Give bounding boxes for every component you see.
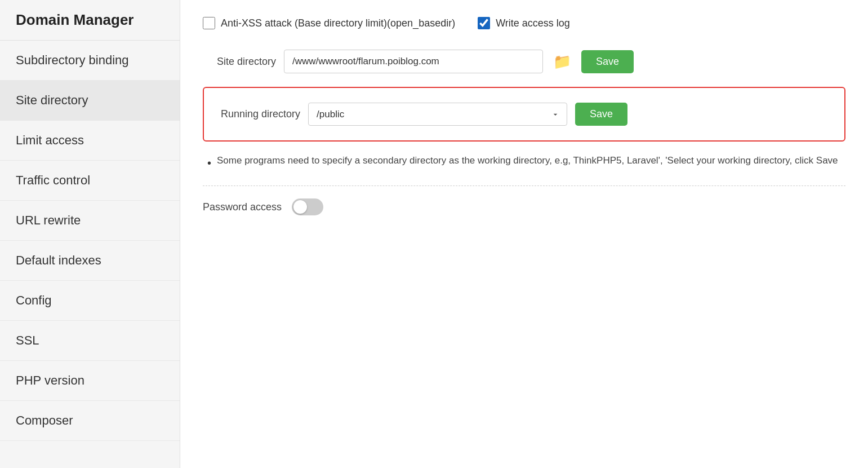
sidebar-title: Domain Manager [16,11,134,28]
sidebar-item-limit-access[interactable]: Limit access [0,121,180,161]
note-item: • Some programs need to specify a second… [207,153,845,172]
password-access-row: Password access [203,198,845,215]
sidebar-item-traffic-control[interactable]: Traffic control [0,161,180,201]
password-access-label: Password access [203,201,282,213]
site-directory-save-button[interactable]: Save [581,50,634,73]
write-access-log-label: Write access log [496,17,570,29]
note-bullet: • [207,154,211,172]
write-access-log-option[interactable]: Write access log [478,17,570,29]
site-directory-input[interactable] [284,50,543,73]
sidebar-item-url-rewrite[interactable]: URL rewrite [0,201,180,241]
dashed-divider [203,186,845,186]
running-directory-select[interactable]: /public / /app /src /web [308,103,567,126]
sidebar-item-config[interactable]: Config [0,281,180,321]
antixss-option[interactable]: Anti-XSS attack (Base directory limit)(o… [203,17,455,29]
sidebar-item-subdirectory-binding[interactable]: Subdirectory binding [0,41,180,81]
sidebar-item-default-indexes[interactable]: Default indexes [0,241,180,281]
running-directory-save-button[interactable]: Save [575,103,627,126]
sidebar-item-php-version[interactable]: PHP version [0,361,180,401]
sidebar-item-domain-manager[interactable]: Domain Manager [0,0,180,41]
top-options: Anti-XSS attack (Base directory limit)(o… [203,17,845,29]
note-section: • Some programs need to specify a second… [203,153,845,172]
sidebar-item-composer[interactable]: Composer [0,401,180,441]
site-directory-row: Site directory 📁 Save [203,50,845,73]
site-directory-label: Site directory [203,56,276,68]
note-text: Some programs need to specify a secondar… [217,153,838,168]
sidebar: Domain Manager Subdirectory binding Site… [0,0,180,468]
main-content: Anti-XSS attack (Base directory limit)(o… [180,0,868,468]
antixss-checkbox[interactable] [203,17,215,29]
toggle-slider [292,198,323,215]
antixss-label: Anti-XSS attack (Base directory limit)(o… [221,17,455,29]
running-directory-box: Running directory /public / /app /src /w… [203,87,845,142]
sidebar-item-ssl[interactable]: SSL [0,321,180,361]
password-access-toggle[interactable] [292,198,323,215]
sidebar-item-site-directory[interactable]: Site directory [0,81,180,121]
running-directory-label: Running directory [221,108,300,120]
folder-icon[interactable]: 📁 [553,53,571,70]
write-access-log-checkbox[interactable] [478,17,490,29]
